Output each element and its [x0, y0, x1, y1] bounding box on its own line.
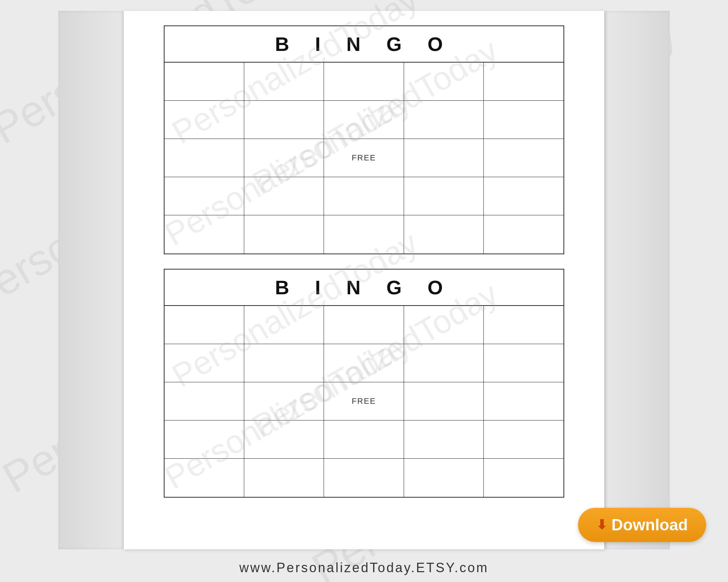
bingo-card-1-grid: FREE — [165, 63, 563, 254]
bingo-cell2-1-3 — [324, 306, 404, 344]
bingo-cell2-2-3 — [324, 344, 404, 382]
page-fold-left — [58, 11, 124, 549]
bingo-card-2-wrapper: B I N G O FREE — [164, 269, 564, 498]
bingo-cell2-3-5 — [484, 382, 563, 420]
bingo-cell2-1-1 — [165, 306, 244, 344]
bingo-cell2-1-5 — [484, 306, 563, 344]
bingo-cell2-4-3 — [324, 420, 404, 459]
bingo-cell-4-4 — [404, 177, 484, 215]
bingo-cell-3-5 — [484, 139, 563, 177]
bingo-cell2-4-2 — [244, 420, 324, 459]
bingo-cell2-3-1 — [165, 382, 244, 420]
bingo-cell2-4-1 — [165, 420, 244, 459]
download-arrow-icon: ⬇ — [596, 518, 607, 531]
bingo-cell-1-4 — [404, 63, 484, 101]
bingo-card-1-free-cell: FREE — [324, 139, 404, 177]
bingo-cell-2-3 — [324, 101, 404, 139]
bingo-cell-2-1 — [165, 101, 244, 139]
bingo-cell2-5-4 — [404, 459, 484, 497]
bingo-cell-5-4 — [404, 215, 484, 254]
bingo-cell-1-1 — [165, 63, 244, 101]
bingo-cell-1-5 — [484, 63, 563, 101]
bingo-card-1: B I N G O FREE — [164, 25, 564, 254]
bingo-cell-2-4 — [404, 101, 484, 139]
document-area: B I N G O FREE — [124, 11, 604, 549]
bingo-cell2-4-4 — [404, 420, 484, 459]
bingo-card-2-free-cell: FREE — [324, 382, 404, 420]
bingo-cell2-2-2 — [244, 344, 324, 382]
bingo-cell2-5-1 — [165, 459, 244, 497]
bingo-cell2-2-4 — [404, 344, 484, 382]
bingo-cell-2-5 — [484, 101, 563, 139]
bingo-cell2-3-4 — [404, 382, 484, 420]
bingo-cell2-2-1 — [165, 344, 244, 382]
page-fold-right — [604, 11, 670, 549]
bingo-cell2-5-3 — [324, 459, 404, 497]
bingo-cell-5-3 — [324, 215, 404, 254]
bingo-cell2-1-4 — [404, 306, 484, 344]
bingo-cell-4-2 — [244, 177, 324, 215]
bingo-cell-5-1 — [165, 215, 244, 254]
bingo-cell-3-1 — [165, 139, 244, 177]
bingo-cell-4-3 — [324, 177, 404, 215]
bingo-cell2-2-5 — [484, 344, 563, 382]
bingo-cell-4-1 — [165, 177, 244, 215]
bingo-cell-1-2 — [244, 63, 324, 101]
bingo-cell2-5-2 — [244, 459, 324, 497]
bingo-cell-1-3 — [324, 63, 404, 101]
bingo-card-2: B I N G O FREE — [164, 269, 564, 498]
bingo-card-2-header: B I N G O — [165, 270, 563, 306]
bingo-cell-2-2 — [244, 101, 324, 139]
bingo-cell-4-5 — [484, 177, 563, 215]
bingo-cell-3-4 — [404, 139, 484, 177]
bingo-cell-5-2 — [244, 215, 324, 254]
bingo-card-1-header: B I N G O — [165, 26, 563, 63]
download-button[interactable]: ⬇ Download — [578, 508, 706, 542]
bingo-cell2-5-5 — [484, 459, 563, 497]
bingo-card-2-grid: FREE — [165, 306, 563, 497]
bingo-card-1-wrapper: B I N G O FREE — [164, 25, 564, 254]
document-content: B I N G O FREE — [124, 11, 604, 512]
footer-text: www.PersonalizedToday.ETSY.com — [240, 560, 489, 575]
bingo-cell-3-2 — [244, 139, 324, 177]
footer: www.PersonalizedToday.ETSY.com — [0, 560, 728, 575]
bingo-cell2-3-2 — [244, 382, 324, 420]
bingo-cell-5-5 — [484, 215, 563, 254]
bingo-cell2-4-5 — [484, 420, 563, 459]
bingo-cell2-1-2 — [244, 306, 324, 344]
download-label: Download — [612, 516, 688, 534]
